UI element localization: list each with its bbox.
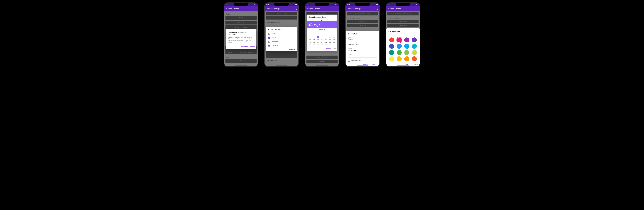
dow-label: T — [316, 31, 320, 33]
disagree-button[interactable]: DISAGREE — [241, 46, 248, 48]
color-swatch[interactable] — [404, 56, 409, 61]
day-cell[interactable]: 27 — [312, 44, 316, 46]
checkbox-icon[interactable] — [268, 33, 270, 35]
overflow-menu-icon[interactable] — [377, 8, 378, 10]
day-cell[interactable]: 1 — [320, 33, 324, 36]
day-cell[interactable]: 8 — [320, 36, 324, 38]
app-bar: Material Dialogs — [224, 6, 258, 11]
connect-button[interactable]: CONNECT — [371, 64, 378, 65]
day-cell[interactable]: 25 — [332, 41, 336, 44]
app-title: Material Dialogs — [266, 8, 280, 10]
page-indicator: ● ○ — [307, 19, 337, 21]
color-swatch[interactable] — [412, 38, 417, 42]
day-cell[interactable]: 22 — [320, 41, 324, 44]
color-swatch[interactable] — [412, 50, 417, 55]
overflow-menu-icon[interactable] — [256, 8, 256, 10]
show-password-row[interactable]: Show password — [346, 58, 379, 63]
color-swatch[interactable] — [412, 44, 417, 49]
day-cell[interactable]: 4 — [332, 33, 336, 36]
phone-basic-dialog: 6:33 ▾ ▮ Material Dialogs Basic BASIC BA… — [224, 3, 258, 67]
cancel-button[interactable]: CANCEL — [405, 64, 411, 65]
day-cell[interactable]: 26 — [308, 44, 312, 46]
color-swatch[interactable] — [389, 50, 394, 55]
day-cell[interactable]: 20 — [312, 41, 316, 44]
color-swatch[interactable] — [389, 44, 394, 49]
day-cell[interactable]: 14 — [316, 39, 320, 41]
color-swatch[interactable] — [397, 44, 402, 49]
dialog-title: Use Google's Location Services? — [226, 29, 256, 36]
field-label: Security — [348, 48, 377, 49]
overflow-menu-icon[interactable] — [337, 8, 337, 10]
notch — [315, 3, 329, 6]
day-cell[interactable]: 19 — [308, 41, 312, 44]
nav-bar — [316, 65, 328, 66]
day-cell[interactable]: 24 — [328, 41, 332, 44]
day-cell[interactable]: 23 — [324, 41, 328, 44]
day-cell[interactable]: 29 — [320, 44, 324, 46]
day-cell[interactable]: 3 — [328, 33, 332, 36]
day-cell[interactable]: 10 — [328, 36, 332, 38]
checkbox-icon[interactable] — [268, 45, 270, 47]
day-cell[interactable]: 12 — [308, 39, 312, 41]
day-cell[interactable]: 7 — [317, 36, 319, 38]
day-cell[interactable]: 16 — [324, 39, 328, 41]
color-swatch[interactable] — [404, 44, 409, 49]
nav-bar — [276, 65, 288, 66]
day-cell[interactable]: 31 — [328, 44, 332, 46]
agree-button[interactable]: AGREE — [250, 46, 255, 48]
day-cell-empty — [312, 33, 316, 36]
color-swatch[interactable] — [397, 50, 402, 55]
chevron-right-icon[interactable]: › — [334, 29, 336, 30]
day-cell[interactable]: 15 — [320, 39, 324, 41]
day-cell[interactable]: 30 — [324, 44, 328, 46]
day-cell[interactable]: 5 — [308, 36, 312, 38]
list-item[interactable]: Facebook — [266, 44, 297, 48]
cancel-button[interactable]: CANCEL — [363, 64, 369, 65]
dialog-scrim[interactable]: Use Google's Location Services? Let Goog… — [224, 11, 258, 66]
day-cell[interactable]: 13 — [312, 39, 316, 41]
list-item[interactable]: Twitter — [266, 32, 297, 36]
year-label[interactable]: 2019 — [309, 23, 335, 24]
day-cell[interactable]: 18 — [332, 39, 336, 41]
list-item-label: Facebook — [272, 45, 278, 46]
status-time: 6:33 — [226, 4, 228, 5]
color-swatch[interactable] — [389, 56, 394, 61]
choose-button[interactable]: CHOOSE — [289, 49, 295, 50]
list-item-label: Instagram — [272, 41, 278, 42]
checkbox-icon[interactable] — [268, 37, 270, 39]
ok-button[interactable]: OK — [334, 48, 336, 50]
select-button[interactable]: SELECT — [413, 64, 418, 65]
show-password-checkbox[interactable] — [348, 60, 350, 62]
day-cell[interactable]: 17 — [328, 39, 332, 41]
dialog-scrim[interactable]: Google Wifi Signal strengthExcellentSSID… — [346, 11, 379, 66]
list-item[interactable]: Instagram — [266, 40, 297, 44]
dialog-scrim[interactable]: Social Networks TwitterGoogle+InstagramF… — [265, 11, 298, 66]
overflow-menu-icon[interactable] — [296, 8, 296, 10]
color-swatch[interactable] — [404, 50, 409, 55]
dialog-scrim[interactable]: Custom ARGB ● ○ CANCEL SELECT — [386, 11, 420, 66]
color-swatch[interactable] — [389, 38, 394, 42]
cancel-button[interactable]: CANCEL — [326, 48, 332, 50]
overflow-menu-icon[interactable] — [418, 8, 418, 10]
chevron-left-icon[interactable]: ‹ — [308, 29, 310, 30]
color-swatch[interactable] — [404, 38, 409, 42]
day-cell[interactable]: 21 — [316, 41, 320, 44]
checkbox-icon[interactable] — [268, 41, 270, 43]
day-cell[interactable]: 11 — [332, 36, 336, 38]
color-swatch[interactable] — [397, 56, 402, 61]
list-item-label: Google+ — [272, 37, 277, 39]
status-icons: ▾ ▮ — [376, 4, 378, 5]
day-cell[interactable]: 28 — [316, 44, 320, 46]
date-label[interactable]: Tue, May 7 — [309, 24, 335, 27]
form-field: Security802.1x EAP — [346, 47, 379, 53]
color-swatch[interactable] — [397, 38, 402, 42]
password-field[interactable]: •••••••••• — [348, 55, 377, 58]
day-cell[interactable]: 6 — [312, 36, 316, 38]
month-label: May 2019 — [319, 29, 325, 30]
color-swatch[interactable] — [412, 56, 417, 61]
status-icons: ▾ ▮ — [295, 4, 297, 5]
dialog-scrim[interactable]: Select Date and Time ● ○ 2019 Tue, May 7… — [306, 11, 338, 66]
day-cell[interactable]: 2 — [324, 33, 328, 36]
list-item[interactable]: Google+ — [266, 36, 297, 40]
day-cell[interactable]: 9 — [324, 36, 328, 38]
